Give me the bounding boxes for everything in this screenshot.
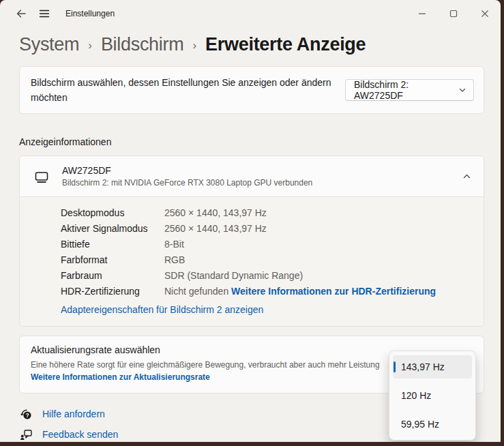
section-title: Anzeigeinformationen bbox=[19, 136, 484, 147]
titlebar: Einstellungen bbox=[0, 0, 501, 27]
info-value: SDR (Standard Dynamic Range) bbox=[164, 270, 303, 281]
hdr-certification-link[interactable]: Weitere Informationen zur HDR-Zertifizie… bbox=[228, 286, 436, 297]
info-label: Desktopmodus bbox=[61, 207, 164, 218]
display-info-card: AW2725DF Bildschirm 2: mit NVIDIA GeForc… bbox=[19, 155, 484, 327]
info-value: Nicht gefunden Weitere Informationen zur… bbox=[164, 286, 436, 297]
info-row: FarbformatRGB bbox=[20, 252, 484, 267]
minimize-button[interactable] bbox=[406, 0, 438, 27]
breadcrumb: System › Bildschirm › Erweiterte Anzeige bbox=[0, 27, 501, 57]
monitor-icon bbox=[33, 169, 50, 184]
display-connection-info: Bildschirm 2: mit NVIDIA GeForce RTX 308… bbox=[62, 178, 455, 188]
info-value: 8-Bit bbox=[164, 239, 184, 250]
info-value-text: Nicht gefunden bbox=[164, 286, 228, 297]
refresh-rate-description: Eine höhere Rate sorgt für eine gleichmä… bbox=[31, 359, 382, 383]
feedback-icon bbox=[19, 428, 33, 441]
desktop-background: Einstellungen System › Bildsch bbox=[0, 0, 504, 446]
minimize-icon bbox=[417, 8, 428, 19]
refresh-rate-option-label: 143,97 Hz bbox=[401, 361, 445, 372]
chevron-right-icon: › bbox=[192, 37, 196, 53]
info-value: RGB bbox=[164, 254, 185, 265]
info-label: Bittiefe bbox=[61, 239, 164, 250]
refresh-rate-option[interactable]: 59,95 Hz bbox=[393, 413, 472, 436]
info-value: 2560 × 1440, 143,97 Hz bbox=[164, 223, 267, 234]
close-icon bbox=[479, 8, 490, 19]
maximize-icon bbox=[448, 8, 459, 19]
breadcrumb-system[interactable]: System bbox=[19, 34, 79, 55]
info-value-text: 8-Bit bbox=[164, 239, 184, 250]
display-info-titles: AW2725DF Bildschirm 2: mit NVIDIA GeForc… bbox=[62, 165, 455, 188]
navigation-menu-button[interactable] bbox=[33, 3, 56, 25]
hamburger-icon bbox=[39, 8, 50, 19]
info-row: Aktiver Signalmodus2560 × 1440, 143,97 H… bbox=[20, 220, 484, 236]
app-title: Einstellungen bbox=[65, 9, 115, 18]
chevron-right-icon: › bbox=[88, 37, 92, 53]
back-button[interactable] bbox=[10, 3, 33, 25]
page-title: Erweiterte Anzeige bbox=[205, 34, 366, 55]
info-row: FarbraumSDR (Standard Dynamic Range) bbox=[20, 267, 484, 283]
display-select-card: Bildschirm auswählen, dessen Einstellung… bbox=[19, 66, 484, 114]
info-value-text: SDR (Standard Dynamic Range) bbox=[164, 270, 303, 281]
chevron-down-icon bbox=[458, 86, 466, 94]
display-name: AW2725DF bbox=[62, 165, 455, 176]
settings-window: Einstellungen System › Bildsch bbox=[0, 0, 501, 442]
refresh-rate-option-label: 120 Hz bbox=[401, 390, 431, 401]
chevron-up-icon bbox=[462, 172, 471, 181]
display-select-value: Bildschirm 2: AW2725DF bbox=[354, 79, 458, 101]
back-arrow-icon bbox=[16, 8, 27, 19]
info-row: HDR-ZertifizierungNicht gefunden Weitere… bbox=[20, 283, 484, 299]
info-value-text: 2560 × 1440, 143,97 Hz bbox=[164, 207, 267, 218]
refresh-rate-info-link[interactable]: Weitere Informationen zur Aktualisierung… bbox=[31, 372, 210, 382]
maximize-button[interactable] bbox=[438, 0, 469, 27]
info-label: HDR-Zertifizierung bbox=[61, 286, 164, 297]
display-select-dropdown[interactable]: Bildschirm 2: AW2725DF bbox=[345, 79, 474, 101]
info-row: Desktopmodus2560 × 1440, 143,97 Hz bbox=[20, 205, 484, 220]
refresh-rate-option[interactable]: 143,97 Hz bbox=[393, 355, 472, 378]
info-label: Farbraum bbox=[61, 270, 164, 281]
refresh-rate-option[interactable]: 120 Hz bbox=[393, 384, 472, 407]
info-value-text: 2560 × 1440, 143,97 Hz bbox=[164, 223, 267, 234]
info-label: Farbformat bbox=[61, 254, 164, 265]
display-select-label: Bildschirm auswählen, dessen Einstellung… bbox=[31, 75, 334, 105]
get-help-label: Hilfe anfordern bbox=[42, 408, 105, 419]
breadcrumb-bildschirm[interactable]: Bildschirm bbox=[101, 34, 184, 55]
selected-indicator bbox=[394, 361, 396, 372]
info-value-text: RGB bbox=[164, 254, 185, 265]
svg-text:?: ? bbox=[25, 412, 29, 419]
refresh-rate-flyout: 143,97 Hz120 Hz59,95 Hz bbox=[389, 351, 476, 441]
refresh-rate-description-text: Eine höhere Rate sorgt für eine gleichmä… bbox=[31, 360, 380, 370]
collapse-expander-button[interactable] bbox=[455, 166, 478, 188]
info-label: Aktiver Signalmodus bbox=[61, 223, 164, 234]
send-feedback-label: Feedback senden bbox=[42, 429, 118, 440]
display-info-body: Desktopmodus2560 × 1440, 143,97 HzAktive… bbox=[20, 197, 484, 326]
adapter-properties-link[interactable]: Adaptereigenschaften für Bildschirm 2 an… bbox=[61, 304, 263, 315]
display-info-table: Desktopmodus2560 × 1440, 143,97 HzAktive… bbox=[20, 205, 484, 299]
refresh-rate-option-label: 59,95 Hz bbox=[401, 419, 439, 430]
help-icon: ? bbox=[19, 408, 33, 421]
close-button[interactable] bbox=[469, 0, 501, 27]
info-value: 2560 × 1440, 143,97 Hz bbox=[164, 207, 267, 218]
info-row: Bittiefe8-Bit bbox=[20, 236, 484, 252]
display-info-header[interactable]: AW2725DF Bildschirm 2: mit NVIDIA GeForc… bbox=[20, 156, 484, 197]
